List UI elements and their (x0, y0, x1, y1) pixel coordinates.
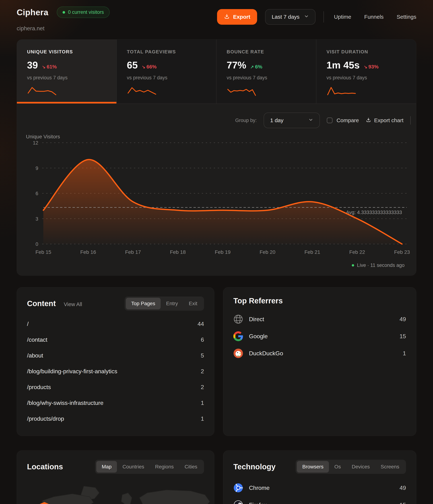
page-path: /about (27, 352, 43, 359)
trend-arrow-icon: ↘ (142, 64, 145, 70)
world-map[interactable] (22, 480, 209, 504)
stat-card-unique-visitors[interactable]: UNIQUE VISITORS 39 ↘61% vs previous 7 da… (17, 40, 117, 103)
site-identity: Ciphera 0 current visitors ciphera.net (17, 7, 110, 32)
stat-label: TOTAL PAGEVIEWS (127, 49, 206, 55)
locations-panel-title: Locations (27, 462, 63, 471)
svg-text:Unique Visitors: Unique Visitors (26, 134, 60, 139)
locations-tabs: MapCountriesRegionsCities (95, 460, 204, 474)
nav-link-settings[interactable]: Settings (397, 14, 416, 20)
stat-delta: ↘66% (142, 64, 157, 70)
technology-row[interactable]: Chrome49 (233, 479, 406, 496)
page-count: 6 (201, 336, 204, 343)
referrer-row[interactable]: Google15 (233, 328, 406, 345)
stat-card-visit-duration[interactable]: VISIT DURATION 1m 45s ↘93% vs previous 7… (316, 40, 416, 103)
svg-text:3: 3 (35, 216, 38, 222)
sparkline-chart (27, 85, 57, 97)
referrers-panel-title: Top Referrers (233, 297, 283, 305)
tab-top-pages[interactable]: Top Pages (126, 298, 161, 309)
content-row[interactable]: /44 (27, 316, 204, 332)
page-count: 2 (201, 368, 204, 375)
stat-value: 39 (27, 59, 38, 71)
tab-exit[interactable]: Exit (183, 298, 203, 309)
stat-delta: ↘93% (364, 64, 379, 70)
svg-text:Feb 23: Feb 23 (394, 249, 410, 255)
stat-value: 65 (127, 59, 138, 71)
analytics-card: UNIQUE VISITORS 39 ↘61% vs previous 7 da… (17, 39, 416, 276)
svg-text:0: 0 (35, 242, 38, 247)
source-count: 1 (403, 350, 406, 357)
content-row[interactable]: /contact6 (27, 332, 204, 348)
stat-compare-label: vs previous 7 days (227, 75, 306, 81)
svg-text:Feb 17: Feb 17 (125, 249, 141, 255)
duckduckgo-icon (233, 348, 243, 358)
globe-icon (233, 314, 243, 324)
sparkline-chart (227, 85, 257, 97)
content-list: /44/contact6/about5/blog/building-privac… (27, 316, 204, 427)
svg-text:Feb 21: Feb 21 (304, 249, 320, 255)
content-row[interactable]: /products/drop1 (27, 411, 204, 427)
tab-os[interactable]: Os (329, 461, 346, 473)
trend-arrow-icon: ↘ (364, 64, 367, 70)
chart-controls: Group by: 1 day Compare Export chart (17, 104, 416, 128)
map-scandinavia (121, 493, 132, 504)
compare-toggle[interactable]: Compare (327, 117, 359, 124)
stat-card-total-pageviews[interactable]: TOTAL PAGEVIEWS 65 ↘66% vs previous 7 da… (117, 40, 217, 103)
referrer-row[interactable]: Direct49 (233, 311, 406, 328)
trend-arrow-icon: ↘ (42, 64, 45, 70)
map-russia-asia (139, 490, 210, 504)
content-row[interactable]: /products2 (27, 379, 204, 395)
view-all-link[interactable]: View All (64, 301, 82, 307)
google-icon (233, 331, 243, 341)
date-range-dropdown[interactable]: Last 7 days (265, 9, 315, 25)
technology-row[interactable]: Firefox15 (233, 496, 406, 504)
group-by-value: 1 day (270, 117, 283, 124)
header-divider (323, 11, 324, 23)
content-tabs: Top PagesEntryExit (125, 297, 204, 311)
tab-cities[interactable]: Cities (179, 461, 203, 473)
page-path: /blog/why-swiss-infrastructure (27, 400, 103, 406)
stat-delta-value: 66% (147, 64, 157, 70)
tab-screens[interactable]: Screens (375, 461, 405, 473)
group-by-label: Group by: (235, 118, 257, 123)
tab-regions[interactable]: Regions (150, 461, 179, 473)
stat-compare-label: vs previous 7 days (327, 75, 406, 81)
svg-text:Feb 22: Feb 22 (349, 249, 365, 255)
sparkline-chart (127, 85, 157, 97)
compare-label: Compare (337, 117, 359, 124)
page-count: 44 (198, 321, 204, 327)
referrers-list: Direct49Google15DuckDuckGo1 (233, 311, 406, 362)
nav-link-funnels[interactable]: Funnels (364, 14, 384, 20)
site-title: Ciphera (17, 8, 48, 17)
content-row[interactable]: /blog/why-swiss-infrastructure1 (27, 395, 204, 411)
technology-list: Chrome49Firefox15 (233, 479, 406, 504)
stat-delta-value: 93% (368, 64, 379, 70)
stat-delta-value: 6% (255, 64, 262, 70)
tab-entry[interactable]: Entry (161, 298, 183, 309)
content-row[interactable]: /about5 (27, 348, 204, 363)
svg-text:9: 9 (35, 166, 38, 171)
source-count: 49 (399, 316, 406, 323)
technology-tabs: BrowsersOsDevicesScreens (295, 460, 406, 474)
nav-link-uptime[interactable]: Uptime (334, 14, 351, 20)
stat-value: 1m 45s (327, 59, 360, 71)
referrer-row[interactable]: DuckDuckGo1 (233, 345, 406, 362)
site-domain: ciphera.net (17, 25, 110, 32)
checkbox-icon[interactable] (327, 117, 333, 123)
content-row[interactable]: /blog/building-privacy-first-analytics2 (27, 363, 204, 379)
stat-card-bounce-rate[interactable]: BOUNCE RATE 77% ↗6% vs previous 7 days (216, 40, 316, 103)
group-by-select[interactable]: 1 day (264, 113, 320, 128)
current-visitors-badge: 0 current visitors (57, 7, 110, 18)
tab-browsers[interactable]: Browsers (297, 461, 329, 473)
export-chart-button[interactable]: Export chart (366, 117, 403, 124)
page-count: 5 (201, 352, 204, 359)
source-name: DuckDuckGo (249, 350, 397, 357)
source-count: 15 (399, 502, 406, 504)
technology-panel: Technology BrowsersOsDevicesScreens Chro… (223, 450, 416, 504)
page-count: 2 (201, 384, 204, 391)
tab-map[interactable]: Map (96, 461, 117, 473)
tab-devices[interactable]: Devices (346, 461, 375, 473)
export-button[interactable]: Export (217, 9, 257, 25)
locations-panel: Locations MapCountriesRegionsCities (17, 450, 214, 504)
trend-arrow-icon: ↗ (250, 64, 254, 70)
tab-countries[interactable]: Countries (117, 461, 150, 473)
